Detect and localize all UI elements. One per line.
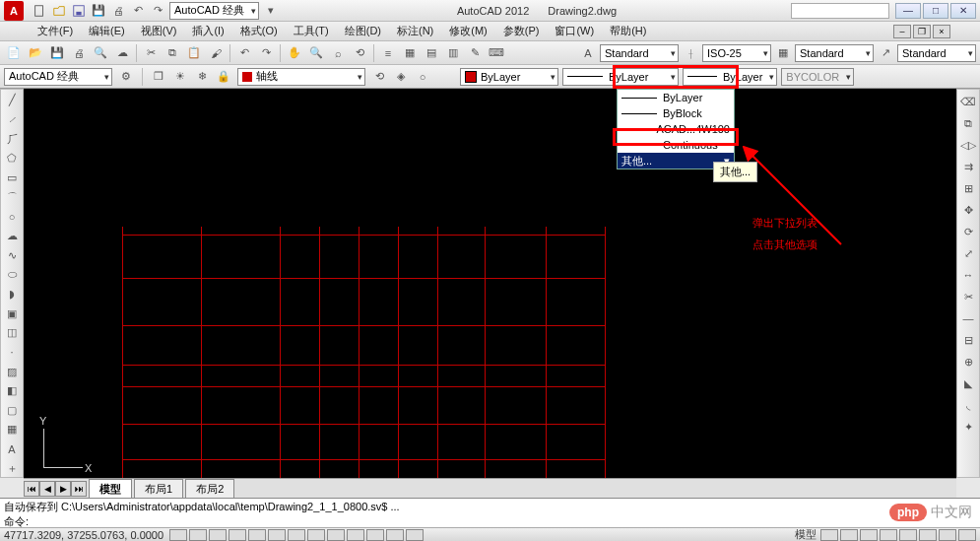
- table-icon[interactable]: ▦: [2, 421, 22, 439]
- dim-style-icon[interactable]: ⟊: [681, 43, 700, 63]
- trim-icon[interactable]: ✂: [958, 287, 978, 306]
- zoom-prev-icon[interactable]: ⟲: [350, 43, 369, 63]
- 3dosnap-toggle[interactable]: [268, 529, 286, 541]
- explode-icon[interactable]: ✦: [958, 417, 978, 437]
- menu-file[interactable]: 文件(F): [30, 22, 81, 40]
- menu-format[interactable]: 格式(O): [232, 22, 286, 40]
- menu-modify[interactable]: 修改(M): [441, 22, 495, 40]
- menu-window[interactable]: 窗口(W): [547, 22, 602, 40]
- new-file-icon[interactable]: 📄: [4, 43, 24, 63]
- save-icon[interactable]: [71, 3, 87, 19]
- lwt-toggle[interactable]: [347, 529, 364, 541]
- doc-close-button[interactable]: ×: [933, 25, 950, 38]
- menu-edit[interactable]: 编辑(E): [81, 22, 133, 40]
- plotstyle-dropdown[interactable]: BYCOLOR: [781, 68, 854, 86]
- menu-view[interactable]: 视图(V): [133, 22, 185, 40]
- undo-icon[interactable]: ↶: [130, 3, 146, 19]
- layer-prev-icon[interactable]: ⟲: [369, 67, 389, 87]
- isolate-icon[interactable]: [939, 529, 956, 541]
- text-style-dropdown[interactable]: Standard: [600, 44, 679, 62]
- fillet-icon[interactable]: ◟: [958, 395, 978, 415]
- osnap-toggle[interactable]: [248, 529, 266, 541]
- model-space-label[interactable]: 模型: [795, 527, 817, 541]
- copy-obj-icon[interactable]: ⧉: [958, 113, 978, 133]
- zoom-icon[interactable]: 🔍: [306, 43, 326, 63]
- menu-parametric[interactable]: 参数(P): [495, 22, 548, 40]
- tab-first-button[interactable]: ⏮: [24, 481, 39, 497]
- linetype-option-bylayer[interactable]: ByLayer: [618, 90, 734, 105]
- text-style-icon[interactable]: A: [578, 43, 598, 63]
- tab-layout1[interactable]: 布局1: [134, 479, 183, 499]
- menu-tools[interactable]: 工具(T): [286, 22, 337, 40]
- revcloud-icon[interactable]: ☁: [2, 228, 22, 245]
- markup-icon[interactable]: ✎: [465, 43, 485, 63]
- properties-icon[interactable]: ≡: [378, 43, 398, 63]
- workspace-switch-icon[interactable]: [880, 529, 897, 541]
- drawing-area[interactable]: ByLayer ByBlock ACAD...4W100 Continuous …: [24, 89, 956, 478]
- copy-icon[interactable]: ⧉: [163, 43, 182, 63]
- tab-model[interactable]: 模型: [89, 479, 132, 499]
- layer-manager-icon[interactable]: ❒: [149, 67, 168, 87]
- menu-dimension[interactable]: 标注(N): [389, 22, 441, 40]
- layer-dropdown[interactable]: 轴线: [237, 68, 365, 86]
- save-file-icon[interactable]: 💾: [47, 43, 67, 63]
- line-icon[interactable]: ╱: [2, 92, 22, 109]
- qat-more-icon[interactable]: ▾: [263, 3, 279, 19]
- workspace-dropdown[interactable]: AutoCAD 经典: [4, 68, 112, 86]
- undo2-icon[interactable]: ↶: [234, 43, 254, 63]
- tab-next-button[interactable]: ▶: [55, 481, 71, 497]
- match-icon[interactable]: 🖌: [206, 43, 226, 63]
- saveas-icon[interactable]: 💾: [91, 3, 106, 19]
- addselected-icon[interactable]: ＋: [2, 459, 22, 477]
- paste-icon[interactable]: 📋: [184, 43, 204, 63]
- mtext-icon[interactable]: A: [2, 440, 22, 458]
- hardware-accel-icon[interactable]: [919, 529, 937, 541]
- plot-icon[interactable]: 🖨: [110, 3, 126, 19]
- grid-toggle[interactable]: [189, 529, 207, 541]
- otrack-toggle[interactable]: [288, 529, 305, 541]
- offset-icon[interactable]: ⇉: [958, 157, 978, 176]
- quickview-drawings-icon[interactable]: [840, 529, 858, 541]
- linetype-option-continuous[interactable]: Continuous: [618, 137, 734, 153]
- color-dropdown[interactable]: ByLayer: [460, 68, 558, 86]
- lineweight-dropdown[interactable]: ByLayer: [683, 68, 777, 86]
- table-style-icon[interactable]: ▦: [773, 43, 793, 63]
- annotation-scale-icon[interactable]: [860, 529, 878, 541]
- arc-icon[interactable]: ⌒: [2, 188, 22, 206]
- break-icon[interactable]: ⊟: [958, 330, 978, 350]
- linetype-option-acad[interactable]: ACAD...4W100: [618, 121, 734, 137]
- ellipse-icon[interactable]: ⬭: [2, 266, 22, 284]
- doc-restore-button[interactable]: ❐: [913, 25, 931, 38]
- menu-draw[interactable]: 绘图(D): [337, 22, 389, 40]
- clean-screen-icon[interactable]: [958, 529, 976, 541]
- join-icon[interactable]: ⊕: [958, 352, 978, 372]
- help-search-input[interactable]: [791, 3, 889, 19]
- linetype-dropdown[interactable]: ByLayer: [562, 68, 679, 86]
- qat-workspace-dropdown[interactable]: AutoCAD 经典: [169, 2, 259, 20]
- ortho-toggle[interactable]: [209, 529, 227, 541]
- workspace-settings-icon[interactable]: ⚙: [116, 67, 136, 87]
- spline-icon[interactable]: ∿: [2, 246, 22, 264]
- make-block-icon[interactable]: ◫: [2, 324, 22, 342]
- mleader-style-icon[interactable]: ↗: [876, 43, 895, 63]
- layer-iso-icon[interactable]: ◈: [391, 67, 411, 87]
- tool-palette-icon[interactable]: ▤: [422, 43, 441, 63]
- redo2-icon[interactable]: ↷: [256, 43, 276, 63]
- tab-prev-button[interactable]: ◀: [39, 481, 55, 497]
- gradient-icon[interactable]: ◧: [2, 382, 22, 400]
- maximize-button[interactable]: □: [923, 3, 948, 19]
- pan-icon[interactable]: ✋: [285, 43, 304, 63]
- redo-icon[interactable]: ↷: [150, 3, 165, 19]
- open-file-icon[interactable]: 📂: [26, 43, 45, 63]
- rotate-icon[interactable]: ⟳: [958, 222, 978, 241]
- rectangle-icon[interactable]: ▭: [2, 169, 22, 187]
- tab-last-button[interactable]: ⏭: [71, 481, 87, 497]
- new-icon[interactable]: [32, 3, 47, 19]
- minimize-button[interactable]: —: [895, 3, 921, 19]
- circle-icon[interactable]: ○: [2, 208, 22, 226]
- dim-style-dropdown[interactable]: ISO-25: [702, 44, 771, 62]
- app-menu-button[interactable]: A: [4, 1, 24, 21]
- stretch-icon[interactable]: ↔: [958, 265, 978, 285]
- insert-block-icon[interactable]: ▣: [2, 304, 22, 322]
- coordinates-display[interactable]: 47717.3209, 37255.0763, 0.0000: [4, 529, 163, 541]
